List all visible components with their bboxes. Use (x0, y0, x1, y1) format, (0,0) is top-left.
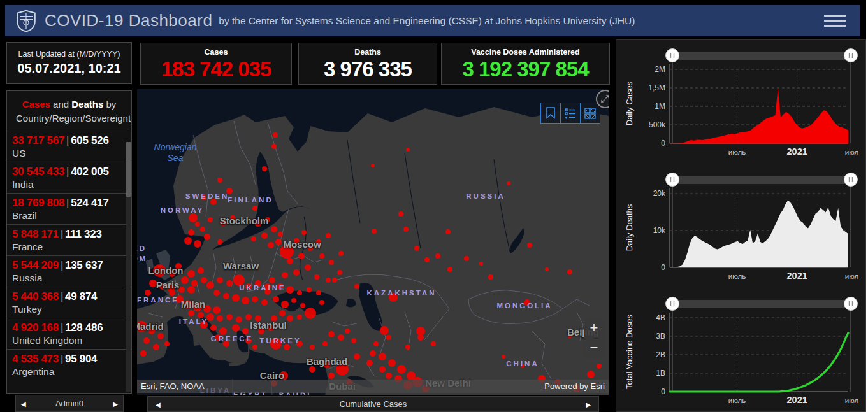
case-dot[interactable] (217, 277, 223, 283)
case-dot[interactable] (159, 283, 166, 290)
case-dot[interactable] (527, 243, 532, 248)
case-dot[interactable] (271, 315, 277, 322)
case-dot[interactable] (252, 345, 257, 350)
case-dot[interactable] (567, 269, 572, 274)
zoom-out-button[interactable]: − (584, 339, 604, 358)
case-dot[interactable] (316, 239, 321, 245)
case-dot[interactable] (300, 303, 305, 308)
case-dot[interactable] (308, 246, 313, 251)
case-dot[interactable] (319, 300, 324, 305)
menu-icon[interactable] (824, 11, 846, 31)
case-dot[interactable] (145, 290, 151, 296)
case-dot[interactable] (379, 366, 386, 373)
case-dot[interactable] (204, 234, 210, 240)
list-scrollbar[interactable] (126, 142, 131, 392)
case-dot[interactable] (187, 286, 195, 294)
case-dot[interactable] (319, 253, 324, 259)
case-dot[interactable] (143, 337, 150, 344)
case-dot[interactable] (252, 296, 258, 302)
case-dot[interactable] (226, 314, 233, 320)
time-slider-handle[interactable] (666, 49, 679, 62)
legend-icon[interactable] (561, 103, 581, 124)
time-slider-handle[interactable] (844, 49, 858, 62)
case-dot[interactable] (328, 373, 335, 379)
case-dot[interactable] (265, 217, 270, 222)
case-dot[interactable] (587, 371, 595, 378)
case-dot[interactable] (416, 327, 425, 336)
case-dot[interactable] (389, 293, 398, 302)
time-slider-handle[interactable] (844, 173, 858, 187)
case-dot[interactable] (268, 325, 274, 331)
case-dot[interactable] (291, 298, 296, 303)
case-dot[interactable] (332, 278, 337, 283)
case-dot[interactable] (252, 206, 257, 211)
case-dot[interactable] (219, 327, 227, 335)
case-dot[interactable] (153, 344, 159, 350)
case-dot[interactable] (373, 341, 379, 346)
case-dot[interactable] (287, 258, 293, 264)
time-slider-handle[interactable] (666, 297, 679, 311)
case-dot[interactable] (167, 284, 175, 292)
time-slider-track[interactable] (670, 176, 855, 184)
case-dot[interactable] (405, 345, 410, 350)
case-dot[interactable] (223, 341, 229, 347)
case-dot[interactable] (193, 302, 202, 311)
case-dot[interactable] (338, 334, 344, 341)
case-dot[interactable] (200, 227, 205, 232)
case-dot[interactable] (148, 328, 155, 334)
pager-left-icon[interactable]: ◀ (156, 401, 161, 408)
table-row[interactable]: 5 544 209|135 637Russia (7, 255, 131, 287)
time-slider-track[interactable] (670, 52, 855, 60)
case-dot[interactable] (307, 287, 312, 292)
case-dot[interactable] (258, 328, 264, 334)
case-dot[interactable] (328, 331, 335, 337)
case-dot[interactable] (206, 281, 214, 289)
case-dot[interactable] (201, 277, 207, 283)
case-dot[interactable] (298, 253, 305, 259)
case-dot[interactable] (279, 310, 286, 316)
case-dot[interactable] (164, 341, 170, 346)
table-row[interactable]: 5 440 368|49 874Turkey (7, 287, 131, 318)
table-row[interactable]: 4 920 168|128 486United Kingdom (7, 318, 131, 349)
case-dot[interactable] (153, 264, 166, 277)
case-dot[interactable] (354, 284, 359, 289)
case-dot[interactable] (329, 260, 334, 265)
case-dot[interactable] (213, 290, 220, 296)
case-dot[interactable] (366, 360, 373, 366)
case-dot[interactable] (255, 315, 261, 322)
case-dot[interactable] (149, 280, 157, 287)
case-dot[interactable] (297, 290, 302, 295)
case-dot[interactable] (273, 132, 278, 138)
case-dot[interactable] (220, 220, 226, 226)
case-dot[interactable] (403, 227, 409, 232)
case-dot[interactable] (314, 274, 319, 280)
time-slider-handle[interactable] (844, 297, 858, 311)
case-dot[interactable] (281, 301, 289, 308)
table-row[interactable]: 33 717 567|605 526US (7, 131, 131, 162)
case-dot[interactable] (445, 229, 451, 234)
case-dot[interactable] (175, 263, 182, 269)
case-dot[interactable] (176, 295, 184, 303)
case-dot[interactable] (316, 290, 321, 295)
case-dot[interactable] (217, 178, 222, 183)
case-dot[interactable] (338, 251, 344, 256)
case-dot[interactable] (226, 188, 233, 194)
table-row[interactable]: 18 769 808|524 417Brazil (7, 193, 131, 224)
case-dot[interactable] (215, 334, 221, 341)
case-dot[interactable] (275, 239, 282, 245)
case-dot[interactable] (293, 269, 300, 276)
case-dot[interactable] (189, 213, 198, 222)
case-dot[interactable] (397, 365, 406, 374)
case-dot[interactable] (269, 277, 275, 283)
case-dot[interactable] (271, 226, 277, 232)
case-dot[interactable] (301, 230, 307, 235)
table-row[interactable]: 5 848 171|111 323France (7, 224, 131, 255)
case-dot[interactable] (242, 328, 249, 334)
case-dot[interactable] (568, 334, 572, 338)
case-dot[interactable] (245, 314, 252, 320)
case-dot[interactable] (271, 144, 277, 149)
case-dot[interactable] (195, 222, 200, 227)
case-dot[interactable] (284, 344, 290, 350)
case-dot[interactable] (488, 274, 493, 280)
case-dot[interactable] (270, 338, 282, 350)
